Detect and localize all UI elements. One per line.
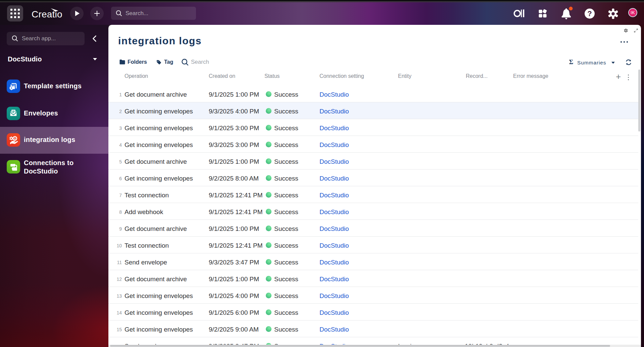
svg-text:Σ: Σ [569,59,573,65]
svg-text:?: ? [587,9,592,18]
svg-text:S: S [14,137,16,140]
